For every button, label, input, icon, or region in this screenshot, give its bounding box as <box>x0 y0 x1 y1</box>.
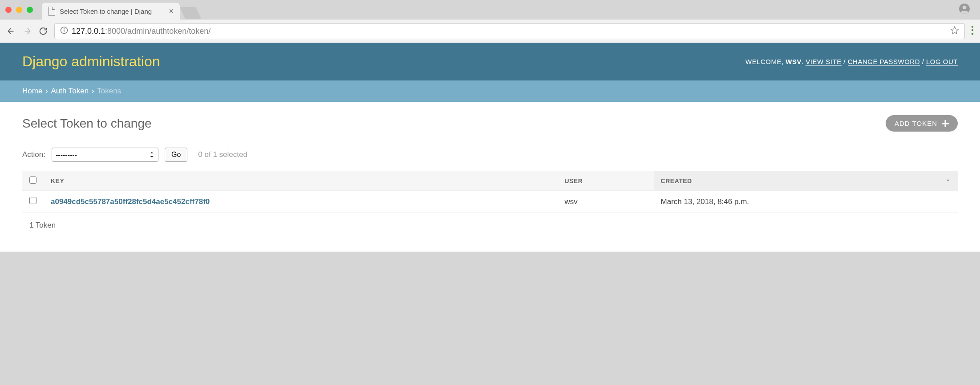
content-header: Select Token to change ADD TOKEN <box>22 115 958 132</box>
breadcrumb-app[interactable]: Auth Token <box>51 87 89 95</box>
results-table: KEY USER CREATED a0949cd5c55787a50ff28fc… <box>22 171 958 213</box>
actions-bar: Action: --------- Go 0 of 1 selected <box>22 148 958 162</box>
window-minimize-button[interactable] <box>16 7 22 13</box>
view-site-link[interactable]: VIEW SITE <box>806 58 841 66</box>
bookmark-icon[interactable] <box>950 26 959 36</box>
window-maximize-button[interactable] <box>27 7 33 13</box>
menu-icon[interactable] <box>971 25 974 37</box>
tab-bar: Select Token to change | Djang × <box>0 0 980 20</box>
username: WSV <box>786 58 802 65</box>
url-text: 127.0.0.1:8000/admin/authtoken/token/ <box>72 27 211 36</box>
new-tab-button[interactable] <box>180 7 201 19</box>
paginator: 1 Token <box>22 213 958 238</box>
svg-point-6 <box>972 29 973 31</box>
window-close-button[interactable] <box>5 7 12 13</box>
close-icon[interactable]: × <box>169 7 174 16</box>
logout-link[interactable]: LOG OUT <box>926 58 958 66</box>
page-icon <box>48 7 55 16</box>
add-token-button[interactable]: ADD TOKEN <box>886 115 958 132</box>
window-controls <box>5 7 33 13</box>
user-profile-icon[interactable] <box>959 3 970 16</box>
info-icon[interactable] <box>60 26 68 36</box>
reload-button[interactable] <box>38 26 48 36</box>
chevron-down-icon <box>945 177 951 184</box>
forward-button[interactable] <box>22 26 32 36</box>
site-title: Django administration <box>22 53 160 70</box>
row-select-cell <box>22 191 44 213</box>
breadcrumb-home[interactable]: Home <box>22 87 42 95</box>
content: Select Token to change ADD TOKEN Action:… <box>0 102 980 252</box>
page-title: Select Token to change <box>22 116 152 131</box>
selection-count: 0 of 1 selected <box>198 150 247 159</box>
column-created[interactable]: CREATED <box>654 171 958 191</box>
welcome-text: WELCOME, <box>745 58 786 65</box>
svg-point-5 <box>972 26 973 28</box>
change-password-link[interactable]: CHANGE PASSWORD <box>848 58 920 66</box>
breadcrumb: Home › Auth Token › Tokens <box>0 80 980 102</box>
row-checkbox[interactable] <box>29 197 36 204</box>
browser-tab[interactable]: Select Token to change | Djang × <box>42 3 180 20</box>
browser-chrome: Select Token to change | Djang × 127.0.0… <box>0 0 980 43</box>
browser-toolbar: 127.0.0.1:8000/admin/authtoken/token/ <box>0 20 980 43</box>
back-button[interactable] <box>6 26 16 36</box>
column-user[interactable]: USER <box>557 171 653 191</box>
token-key-link[interactable]: a0949cd5c55787a50ff28fc5d4ae5c452cff78f0 <box>51 197 210 206</box>
select-all-header <box>22 171 44 191</box>
select-all-checkbox[interactable] <box>29 176 36 184</box>
user-links: WELCOME, WSV. VIEW SITE / CHANGE PASSWOR… <box>745 58 958 65</box>
column-key[interactable]: KEY <box>44 171 557 191</box>
svg-point-4 <box>64 28 65 29</box>
action-select[interactable]: --------- <box>52 148 158 162</box>
add-button-label: ADD TOKEN <box>895 120 937 127</box>
actions-label: Action: <box>22 150 45 159</box>
breadcrumb-current: Tokens <box>97 87 121 95</box>
row-created-cell: March 13, 2018, 8:46 p.m. <box>654 191 958 213</box>
url-bar[interactable]: 127.0.0.1:8000/admin/authtoken/token/ <box>54 23 965 39</box>
admin-header: Django administration WELCOME, WSV. VIEW… <box>0 43 980 80</box>
svg-point-7 <box>972 33 973 35</box>
row-key-cell: a0949cd5c55787a50ff28fc5d4ae5c452cff78f0 <box>44 191 557 213</box>
svg-point-1 <box>963 5 967 9</box>
go-button[interactable]: Go <box>165 148 187 162</box>
plus-icon <box>942 120 949 127</box>
table-row: a0949cd5c55787a50ff28fc5d4ae5c452cff78f0… <box>22 191 958 213</box>
row-user-cell: wsv <box>557 191 653 213</box>
tab-title: Select Token to change | Djang <box>60 8 164 15</box>
